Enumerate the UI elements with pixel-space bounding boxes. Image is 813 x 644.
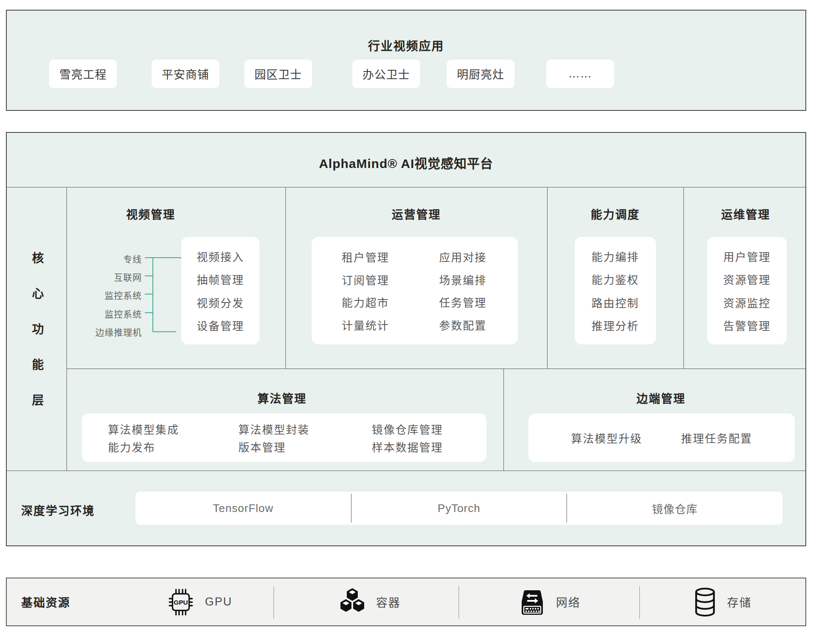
dl-env-label: 深度学习环境: [21, 502, 95, 518]
infra-divider: [639, 586, 640, 619]
col-divider-2: [547, 187, 548, 369]
video-source-label: 专线: [78, 252, 142, 265]
storage-database-icon: [693, 587, 717, 617]
video-source-label: 边缘推理机: [78, 325, 142, 338]
app-pill-mingchu: 明厨亮灶: [447, 60, 514, 88]
algorithm-mgmt-title: 算法管理: [235, 390, 329, 406]
ops-item: 告警管理: [723, 317, 771, 333]
connector-line-internet: [145, 275, 152, 276]
app-pill-bangong: 办公卫士: [352, 60, 420, 88]
video-source-label: 监控系统: [78, 289, 142, 301]
capability-title: 能力调度: [569, 206, 662, 222]
infra-divider: [274, 586, 274, 619]
video-mgmt-card: 视频接入 抽帧管理 视频分发 设备管理: [181, 237, 260, 344]
architecture-diagram: 行业视频应用 雪亮工程 平安商铺 园区卫士 办公卫士 明厨亮灶 …… Alpha…: [0, 0, 813, 644]
infra-section: 基础资源 GPU GPU: [6, 578, 806, 626]
dl-divider: [7, 471, 805, 471]
dl-item-pytorch: PyTorch: [351, 492, 567, 525]
capability-card: 能力编排 能力鉴权 路由控制 推理分析: [575, 237, 656, 344]
ops-item: 资源监控: [723, 294, 771, 310]
operation-item: 场景编排: [439, 272, 487, 287]
col-divider-1: [285, 187, 286, 369]
dl-env-bar: TensorFlow PyTorch 镜像仓库: [136, 492, 783, 525]
row-divider: [66, 369, 805, 369]
infra-item-label: 存储: [727, 594, 752, 610]
app-pill-xueliang: 雪亮工程: [49, 60, 117, 88]
operation-mgmt-card: 租户管理 订阅管理 能力超市 计量统计 应用对接 场景编排 任务管理 参数配置: [312, 237, 518, 344]
video-item: 抽帧管理: [196, 271, 244, 287]
algorithm-col-3: 镜像仓库管理 样本数据管理: [372, 413, 443, 462]
ops-item: 资源管理: [723, 271, 771, 287]
svg-text:GPU: GPU: [174, 599, 188, 606]
platform-section: AlphaMind® AI视觉感知平台 核心功能层 视频管理 专线 互联网 监控…: [6, 132, 806, 546]
operation-item: 计量统计: [342, 317, 389, 333]
connector-line-monitor2: [145, 312, 152, 313]
algorithm-item: 能力发布: [108, 439, 155, 454]
operation-item: 任务管理: [439, 294, 487, 310]
infra-item-label: 网络: [556, 594, 581, 610]
operation-item: 应用对接: [439, 249, 487, 264]
capability-item: 能力编排: [592, 248, 639, 264]
network-switch-icon: [519, 588, 546, 616]
video-item: 设备管理: [196, 317, 244, 333]
container-cubes-icon: [339, 587, 366, 617]
operation-item: 订阅管理: [342, 272, 389, 287]
infra-item-label: GPU: [205, 595, 232, 608]
app-pill-pingan: 平安商铺: [152, 60, 219, 88]
operation-item: 能力超市: [342, 294, 389, 310]
connector-line-dedicated: [145, 257, 185, 258]
edge-mgmt-title: 边端管理: [614, 390, 708, 406]
platform-title: AlphaMind® AI视觉感知平台: [7, 153, 805, 172]
capability-item: 能力鉴权: [592, 271, 639, 287]
operation-mgmt-title: 运营管理: [370, 206, 463, 222]
infra-divider: [459, 586, 459, 619]
infra-label: 基础资源: [21, 578, 70, 625]
algorithm-item: 样本数据管理: [372, 439, 443, 454]
connector-line-edge: [152, 331, 176, 332]
connector-trunk-line: [152, 258, 153, 332]
operation-item: 租户管理: [342, 249, 389, 264]
industry-apps-section: 行业视频应用 雪亮工程 平安商铺 园区卫士 办公卫士 明厨亮灶 ……: [6, 10, 806, 111]
algorithm-mgmt-card: 算法模型集成 能力发布 算法模型封装 版本管理 镜像仓库管理 样本数据管理: [82, 413, 487, 462]
algorithm-col-1: 算法模型集成 能力发布: [108, 413, 179, 462]
infra-item-container: 容器: [339, 578, 401, 625]
app-pill-ellipsis: ……: [546, 60, 614, 88]
video-source-label: 互联网: [78, 270, 142, 283]
edge-item: 推理任务配置: [681, 430, 752, 446]
col-divider-4: [503, 369, 504, 471]
dl-item-registry: 镜像仓库: [567, 492, 783, 525]
ops-mgmt-card: 用户管理 资源管理 资源监控 告警管理: [707, 237, 787, 344]
video-item: 视频接入: [196, 248, 244, 264]
infra-item-network: 网络: [519, 578, 581, 625]
edge-mgmt-card: 算法模型升级 推理任务配置: [528, 413, 795, 462]
ops-mgmt-title: 运维管理: [699, 206, 792, 222]
sidebar-divider: [66, 187, 67, 471]
edge-item: 算法模型升级: [571, 430, 642, 446]
core-layer-sidebar: 核心功能层: [7, 187, 66, 471]
operation-item: 参数配置: [439, 317, 487, 333]
capability-item: 路由控制: [592, 294, 639, 310]
dl-item-tensorflow: TensorFlow: [136, 492, 351, 525]
app-pill-yuanqu: 园区卫士: [244, 60, 312, 88]
operation-col-1: 租户管理 订阅管理 能力超市 计量统计: [342, 237, 389, 344]
operation-col-2: 应用对接 场景编排 任务管理 参数配置: [439, 237, 487, 344]
gpu-chip-icon: GPU: [167, 588, 195, 616]
title-divider: [7, 187, 805, 187]
infra-item-label: 容器: [376, 594, 401, 610]
infra-item-storage: 存储: [693, 578, 752, 625]
ops-item: 用户管理: [723, 248, 771, 264]
industry-apps-title: 行业视频应用: [7, 37, 805, 54]
col-divider-3: [683, 187, 684, 369]
core-layer-label: 核心功能层: [28, 252, 45, 429]
algorithm-item: 镜像仓库管理: [372, 421, 443, 437]
connector-line-monitor1: [145, 294, 152, 294]
algorithm-item: 算法模型集成: [108, 421, 179, 437]
video-item: 视频分发: [196, 294, 244, 310]
algorithm-item: 版本管理: [238, 439, 286, 454]
algorithm-col-2: 算法模型封装 版本管理: [238, 413, 310, 462]
algorithm-item: 算法模型封装: [238, 421, 310, 437]
video-mgmt-title: 视频管理: [104, 206, 197, 222]
capability-item: 推理分析: [592, 317, 639, 333]
video-source-label: 监控系统: [78, 307, 142, 320]
infra-item-gpu: GPU GPU: [167, 578, 232, 625]
